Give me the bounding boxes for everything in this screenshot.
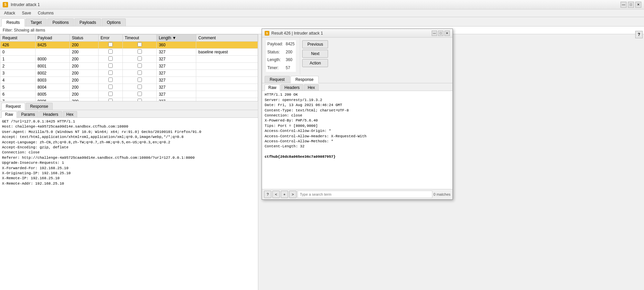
request-content: GET /?url=127.0.0.1:8425 HTTP/1.1 Host: … [0,118,258,290]
left-panel: Request Payload Status Error Timeout Len… [0,34,258,290]
result-maximize[interactable]: □ [438,31,443,36]
lower-subtab-headers[interactable]: Headers [39,111,62,117]
table-row[interactable]: 48003200327 [0,77,258,84]
search-help-button[interactable]: ? [264,191,271,198]
search-add-button[interactable]: + [281,191,288,198]
result-close[interactable]: ✕ [444,31,450,36]
table-row[interactable]: 78006200327 [0,98,258,102]
menu-bar: Attack Save Columns [0,9,644,17]
action-button[interactable]: Action [302,59,328,67]
tab-options[interactable]: Options [102,18,125,26]
error-checkbox[interactable] [108,92,113,96]
close-button[interactable]: ✕ [635,2,641,8]
table-row[interactable]: 18000200327 [0,56,258,63]
timeout-checkbox[interactable] [138,42,142,47]
error-checkbox[interactable] [108,56,113,61]
error-checkbox[interactable] [108,85,113,89]
table-row[interactable]: 38002200327 [0,70,258,77]
search-prev-button[interactable]: < [272,191,280,198]
previous-button[interactable]: Previous [302,40,328,48]
results-table: Request Payload Status Error Timeout Len… [0,34,258,101]
table-row[interactable]: 0200327baseline request [0,49,258,56]
col-payload[interactable]: Payload [35,35,69,42]
status-label: Status: [266,48,284,56]
lower-tab-request[interactable]: Request [1,103,25,110]
col-timeout[interactable]: Timeout [122,35,157,42]
help-button[interactable]: ? [635,31,643,38]
timeout-checkbox[interactable] [138,56,142,61]
result-window: S Result 426 | Intruder attack 1 — □ ✕ P… [262,29,453,200]
result-tab-response[interactable]: Response [290,76,319,83]
tab-positions[interactable]: Positions [47,18,74,26]
result-title-bar: S Result 426 | Intruder attack 1 — □ ✕ [262,29,452,38]
menu-attack[interactable]: Attack [1,10,18,16]
maximize-button[interactable]: □ [628,2,634,8]
col-error[interactable]: Error [98,35,122,42]
result-body: Payload: 8425 Status: 200 Length: 360 [262,38,452,199]
next-button[interactable]: Next [302,50,328,58]
table-row[interactable]: 58004200327 [0,84,258,91]
menu-columns[interactable]: Columns [35,10,56,16]
timeout-checkbox[interactable] [138,70,142,75]
result-req-resp-tabs: Request Response [262,75,452,83]
timeout-checkbox[interactable] [138,63,142,68]
timeout-checkbox[interactable] [138,92,142,96]
lower-subtab-raw[interactable]: Raw [1,111,17,118]
title-bar: S Intruder attack 1 — □ ✕ [0,0,644,9]
col-length[interactable]: Length ▼ [157,35,196,42]
result-subtab-raw[interactable]: Raw [265,84,280,91]
lower-panel: Request Response Raw Params Headers Hex … [0,101,258,290]
result-main: Payload: 8425 Status: 200 Length: 360 [262,38,452,199]
table-row[interactable]: 28001200327 [0,63,258,70]
lower-tab-response[interactable]: Response [26,103,53,110]
tab-payloads[interactable]: Payloads [74,18,101,26]
result-info-row: Payload: 8425 Status: 200 Length: 360 [262,38,452,75]
search-input[interactable] [298,191,432,198]
error-checkbox[interactable] [108,70,113,75]
result-search-bar: ? < + > 0 matches [262,189,452,199]
tab-target[interactable]: Target [25,18,47,26]
lower-subtab-hex[interactable]: Hex [63,111,77,117]
timer-label: Timer: [266,64,284,72]
error-checkbox[interactable] [108,78,113,82]
timeout-checkbox[interactable] [138,49,142,54]
minimize-button[interactable]: — [621,2,627,8]
result-sub-tabs: Raw Headers Hex [262,83,452,91]
table-row[interactable]: 68005200327 [0,91,258,98]
result-subtab-headers[interactable]: Headers [281,84,303,91]
result-icon: S [265,31,269,36]
result-title: Result 426 | Intruder attack 1 [271,31,430,36]
result-subtab-hex[interactable]: Hex [304,84,318,91]
payload-label: Payload: [266,40,284,48]
menu-save[interactable]: Save [19,10,34,16]
filter-text: Filter: Showing all items [3,28,45,33]
col-comment[interactable]: Comment [196,35,258,42]
error-checkbox[interactable] [108,99,113,101]
window-controls: — □ ✕ [621,2,641,8]
length-label: Length: [266,56,284,64]
result-minimize[interactable]: — [432,31,437,36]
timeout-checkbox[interactable] [138,85,142,89]
timeout-checkbox[interactable] [138,99,142,101]
search-next-button[interactable]: > [289,191,297,198]
result-tab-request[interactable]: Request [265,76,290,83]
app-icon: S [3,2,8,7]
col-status[interactable]: Status [70,35,98,42]
table-row[interactable]: 4268425200360 [0,42,258,49]
search-matches: 0 matches [433,192,450,196]
error-checkbox[interactable] [108,49,113,54]
error-checkbox[interactable] [108,42,113,47]
lower-subtab-params[interactable]: Params [17,111,39,117]
result-response-content: HTTP/1.1 200 OK Server: openresty/1.19.3… [262,91,452,189]
status-value: 200 [284,48,296,56]
result-info: Payload: 8425 Status: 200 Length: 360 [262,38,300,75]
timeout-checkbox[interactable] [138,78,142,82]
result-controls: — □ ✕ [432,31,450,36]
error-checkbox[interactable] [108,63,113,68]
result-side-buttons: Previous Next Action [300,38,330,75]
results-table-container: Request Payload Status Error Timeout Len… [0,34,258,101]
main-tabs: Results Target Positions Payloads Option… [0,17,644,27]
col-request[interactable]: Request [0,35,36,42]
tab-results[interactable]: Results [1,18,25,27]
payload-value: 8425 [284,40,296,48]
